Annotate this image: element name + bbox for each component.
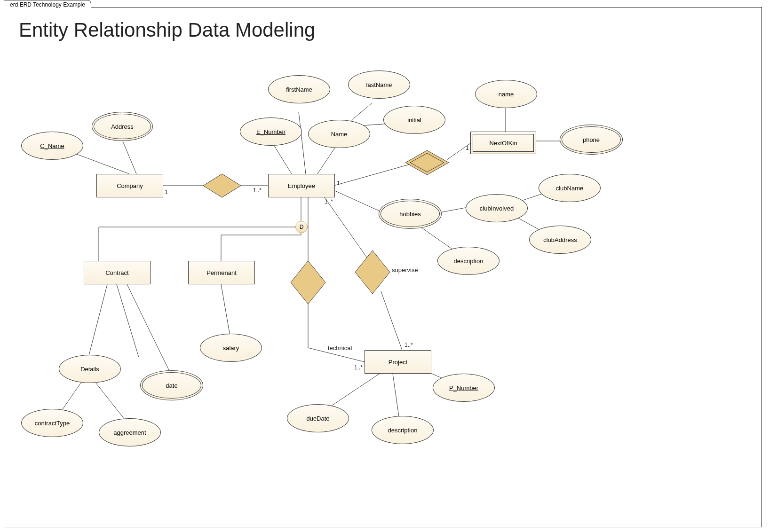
attr-initial: initial [383,106,444,133]
card-employee-to-project: 1..* [325,198,333,205]
entity-company: Company [96,174,163,197]
card-employee-from-company: 1..* [253,187,262,194]
diagram-title: Entity Relationship Data Modeling [19,19,315,41]
attr-aggreement-label: aggreement [113,429,146,436]
attr-details: Details [59,355,120,382]
relationship-supervise [355,250,390,296]
disjoint-circle: D [295,221,308,233]
attr-aggreement: aggreement [99,418,160,446]
entity-contract: Contract [84,261,151,284]
card-nok: 1 [466,145,469,151]
relationship-employee-nextofkin [405,150,449,177]
card-employee-to-nok: 1 [337,180,340,187]
attr-name: Name [308,120,369,147]
attr-clubaddress-label: clubAddress [543,236,577,243]
attr-address-label: Address [111,123,134,130]
attr-contracttype: contractType [21,409,82,436]
entity-nextofkin-label: NextOfKin [489,140,517,147]
attr-p-number-label: P_Number [449,384,478,391]
entity-permenant: Permenant [188,261,255,284]
diagram-tab: erd ERD Technology Example [4,0,91,9]
attr-c-name-label: C_Name [40,142,64,149]
attr-nok-description: description [437,247,499,274]
attr-contracttype-label: contractType [35,420,70,427]
attr-p-description: description [372,416,433,443]
attr-lastname: lastName [348,70,409,98]
entity-company-label: Company [117,182,143,189]
attr-p-number: P_Number [433,374,494,401]
attr-salary-label: salary [223,344,239,352]
attr-date: date [140,370,203,400]
attr-e-number-label: E_Number [256,128,285,135]
attr-lastname-label: lastName [366,81,392,88]
svg-marker-36 [291,261,325,304]
attr-duedate: dueDate [287,404,348,431]
attr-hobbies-label: hobbies [399,211,421,218]
entity-project: Project [365,350,431,374]
attr-address: Address [92,112,153,141]
attr-nok-name: name [475,80,536,107]
svg-marker-33 [203,174,241,197]
attr-clubinvolved: clubInvolved [466,194,527,221]
disjoint-label: D [300,224,304,230]
entity-employee-label: Employee [288,182,315,189]
relationship-company-employee [203,174,241,199]
entity-project-label: Project [388,359,407,366]
entity-employee: Employee [268,174,335,197]
attr-nok-name-label: name [499,91,514,98]
attr-duedate-label: dueDate [306,415,329,422]
attr-firstname: firstName [268,75,329,102]
svg-marker-37 [355,250,390,294]
attr-clubname-label: clubName [556,185,584,192]
attr-name-label: Name [331,131,348,138]
attr-e-number: E_Number [240,117,301,145]
attr-phone-label: phone [583,136,600,143]
card-company: 1 [165,189,168,196]
card-project-supervise: 1..* [404,342,413,348]
svg-marker-34 [405,150,449,175]
attr-details-label: Details [80,366,99,373]
label-supervise: supervise [392,266,418,274]
label-technical: technical [328,344,352,352]
attr-salary: salary [200,334,261,361]
attr-date-label: date [166,382,177,389]
attr-clubaddress: clubAddress [529,226,590,253]
attr-firstname-label: firstName [286,86,312,93]
attr-initial-label: initial [407,117,421,124]
entity-contract-label: Contract [105,269,128,276]
attr-phone: phone [560,125,623,155]
attr-nok-description-label: description [454,258,484,265]
attr-clubname: clubName [539,174,600,201]
entity-permenant-label: Permenant [206,269,237,276]
attr-clubinvolved-label: clubInvolved [480,205,514,212]
relationship-technical [291,261,325,306]
entity-nextofkin: NextOfKin [470,132,536,154]
attr-hobbies: hobbies [379,199,442,229]
attr-c-name: C_Name [21,132,82,159]
card-project-technical: 1..* [354,364,363,371]
attr-p-description-label: description [388,427,418,434]
